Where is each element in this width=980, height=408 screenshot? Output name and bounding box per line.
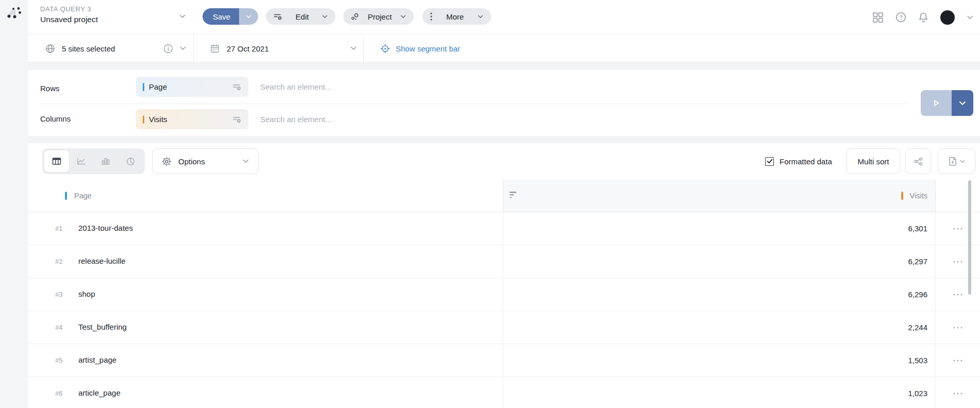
- sort-descending-icon[interactable]: [510, 192, 517, 198]
- table-row[interactable]: #2release-lucille 6,297: [28, 245, 980, 278]
- user-avatar[interactable]: [940, 10, 955, 25]
- run-query-caret[interactable]: [952, 90, 973, 116]
- site-selector[interactable]: 5 sites selected: [45, 35, 115, 62]
- row-rank: #5: [55, 356, 62, 364]
- row-rank: #2: [55, 258, 62, 265]
- info-icon: [163, 44, 173, 54]
- multi-sort-button[interactable]: Multi sort: [847, 148, 900, 174]
- element-options-icon[interactable]: [232, 115, 242, 124]
- chevron-down-icon: [322, 15, 328, 19]
- rows-label: Rows: [40, 84, 60, 93]
- edit-button[interactable]: Edit: [266, 8, 335, 25]
- pie-chart-view-button[interactable]: [118, 150, 143, 172]
- columns-label: Columns: [40, 114, 71, 123]
- main-toolbar: DATA QUERY 3 Unsaved project Save Edit P…: [28, 0, 980, 35]
- page-column-header: Page: [74, 192, 92, 200]
- account-chevron-down-icon[interactable]: [967, 15, 973, 20]
- rows-search-input[interactable]: [260, 77, 477, 97]
- run-query-button[interactable]: [921, 90, 952, 116]
- table-row[interactable]: #3shop 6,296: [28, 278, 980, 311]
- row-page-name: artist_page: [78, 355, 116, 364]
- svg-text:?: ?: [899, 14, 902, 21]
- show-segment-bar-label: Show segment bar: [396, 44, 460, 53]
- formatted-data-checkbox[interactable]: [765, 157, 774, 166]
- row-actions-button[interactable]: [950, 258, 966, 266]
- notifications-bell-icon[interactable]: [918, 12, 928, 23]
- table-row[interactable]: #4Test_buffering 2,244: [28, 311, 980, 344]
- date-picker[interactable]: 27 Oct 2021: [210, 35, 269, 62]
- project-title-menu[interactable]: DATA QUERY 3 Unsaved project: [40, 5, 98, 24]
- options-button[interactable]: Options: [152, 148, 259, 174]
- row-visits-value: 6,296: [503, 278, 935, 311]
- rows-dimension-label: Page: [149, 82, 232, 91]
- row-actions-button[interactable]: [950, 225, 966, 233]
- row-visits-value: 2,244: [503, 311, 935, 344]
- bar-chart-view-button[interactable]: [94, 150, 119, 172]
- table-view-button[interactable]: [44, 150, 69, 172]
- save-button[interactable]: Save: [202, 8, 239, 25]
- actions-header-cell: [935, 179, 980, 212]
- row-rank: #1: [55, 225, 62, 232]
- row-rank: #6: [55, 389, 62, 397]
- export-button[interactable]: [938, 148, 975, 174]
- columns-metric-label: Visits: [149, 115, 232, 124]
- context-bar: 5 sites selected 27 Oct 2021 Show segmen…: [28, 35, 980, 62]
- sliders-gear-icon: [274, 13, 282, 21]
- chevron-down-icon: [400, 15, 406, 19]
- row-actions-button[interactable]: [950, 324, 966, 332]
- gear-icon: [162, 157, 172, 166]
- left-sidebar: [0, 0, 28, 408]
- project-button[interactable]: Project: [343, 8, 414, 25]
- edit-label: Edit: [296, 12, 309, 21]
- page-title: DATA QUERY 3: [40, 5, 98, 13]
- row-page-name: article_page: [78, 388, 121, 397]
- results-panel: Options Formatted data Multi sort Page: [28, 143, 980, 408]
- export-chevron-icon: [960, 160, 965, 163]
- apps-grid-icon[interactable]: [872, 12, 884, 23]
- table-row[interactable]: #6article_page 1,023: [28, 377, 980, 408]
- share-icon: [914, 157, 923, 166]
- element-options-icon[interactable]: [232, 83, 242, 91]
- calendar-icon: [210, 44, 219, 54]
- row-actions-button[interactable]: [950, 389, 966, 398]
- page-header-cell[interactable]: Page: [28, 179, 503, 212]
- sites-selected-label: 5 sites selected: [62, 44, 115, 53]
- date-chevron-icon[interactable]: [350, 35, 357, 62]
- global-actions: ?: [872, 0, 973, 35]
- row-visits-value: 6,297: [503, 245, 935, 278]
- share-button[interactable]: [905, 148, 931, 174]
- divider: [193, 35, 194, 62]
- table-header-row: Page Visits: [28, 179, 980, 212]
- divider: [363, 35, 364, 62]
- site-info[interactable]: [163, 35, 173, 62]
- chevron-down-icon[interactable]: [179, 14, 185, 19]
- options-label: Options: [178, 157, 243, 166]
- row-actions-button[interactable]: [950, 356, 966, 365]
- line-chart-view-button[interactable]: [69, 150, 94, 172]
- visits-header-cell[interactable]: Visits: [503, 179, 935, 212]
- date-label: 27 Oct 2021: [227, 44, 269, 53]
- table-row[interactable]: #5artist_page 1,503: [28, 344, 980, 377]
- globe-icon: [45, 44, 55, 54]
- bubbles-icon: [351, 13, 359, 21]
- columns-search-input[interactable]: [260, 109, 477, 129]
- dimension-color-bar: [143, 83, 144, 91]
- site-selector-chevron-icon[interactable]: [180, 35, 186, 62]
- rows-dimension-chip[interactable]: Page: [136, 77, 248, 97]
- help-icon[interactable]: ?: [895, 12, 906, 23]
- columns-metric-chip[interactable]: Visits: [136, 109, 248, 129]
- row-actions-button[interactable]: [950, 291, 966, 299]
- table-row[interactable]: #12013-tour-dates 6,301: [28, 212, 980, 245]
- metric-color-bar: [143, 115, 144, 124]
- formatted-data-toggle[interactable]: Formatted data: [765, 148, 832, 174]
- row-visits-value: 1,503: [503, 344, 935, 377]
- chevron-down-icon: [478, 15, 483, 19]
- piano-analytics-logo-icon[interactable]: [5, 5, 23, 23]
- save-split-button: Save: [202, 8, 258, 25]
- save-options-caret[interactable]: [239, 8, 258, 25]
- divider: [40, 104, 908, 104]
- vertical-scrollbar[interactable]: [968, 180, 971, 295]
- show-segment-bar-button[interactable]: Show segment bar: [380, 44, 460, 54]
- row-page-name: Test_buffering: [78, 322, 127, 331]
- more-button[interactable]: More: [423, 8, 491, 25]
